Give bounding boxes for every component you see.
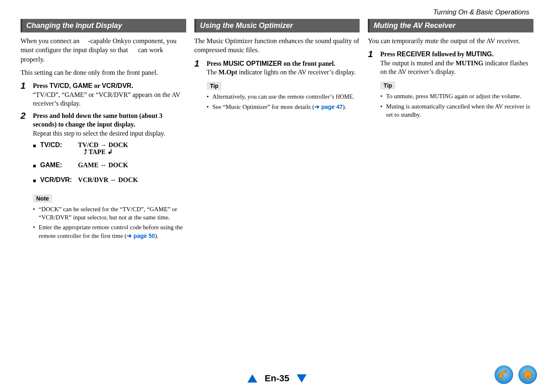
page-link[interactable]: page 47: [321, 104, 343, 110]
note-label: Note: [33, 194, 52, 203]
tip-text: ).: [343, 104, 346, 110]
option-body: ⤴ TAPE ↲: [78, 148, 113, 155]
input-option-game: ■ GAME: GAME ↔ DOCK: [33, 161, 186, 171]
step-text: The output is muted and the: [380, 60, 455, 67]
intro-text-2: This setting can be done only from the f…: [21, 68, 186, 77]
tip-bullet: Muting is automatically cancelled when t…: [380, 102, 533, 119]
step-text: MUTING: [455, 60, 483, 67]
step-1: 1 Press TV/CD, GAME or VCR/DVR. “TV/CD”,…: [21, 81, 186, 108]
tip-bullet: Alternatively, you can use the remote co…: [207, 92, 360, 101]
intro-text-1: When you connect an -capable Onkyo compo…: [21, 37, 186, 64]
option-label: GAME:: [40, 161, 74, 169]
input-option-tvcd: ■ TV/CD: TV/CD → DOCK ⤴ TAPE ↲: [33, 141, 186, 156]
step-text: Repeat this step to select the desired i…: [33, 129, 186, 138]
home-icon[interactable]: [518, 365, 538, 386]
note-text: Enter the appropriate remote control cod…: [39, 224, 183, 239]
tip-text: HOME: [336, 94, 353, 100]
page-link[interactable]: page 50: [134, 233, 155, 239]
tip-text: MUTING: [430, 93, 453, 99]
step-text: Press: [380, 51, 397, 58]
step-text: “TV/CD”, “GAME” or “VCR/DVR” appears on …: [33, 90, 186, 108]
step-text: Press: [33, 82, 49, 89]
footer: En-35: [0, 373, 554, 384]
note-bullet: “DOCK” can be selected for the “TV/CD”, …: [33, 205, 186, 222]
square-bullet-icon: ■: [33, 176, 36, 185]
page-number: En-35: [265, 373, 289, 384]
note-bullet: Enter the appropriate remote control cod…: [33, 223, 186, 240]
next-page-icon[interactable]: [297, 374, 307, 383]
tip-text: .: [353, 93, 354, 100]
heading-changing-input: Changing the Input Display: [21, 19, 186, 32]
step-1: 1 Press RECEIVER followed by MUTING. The…: [368, 50, 533, 76]
intro-text: You can temporarily mute the output of t…: [368, 37, 533, 46]
step-1: 1 Press MUSIC OPTIMIZER on the front pan…: [194, 59, 360, 77]
svg-point-0: [495, 366, 513, 384]
note-text: ).: [155, 233, 159, 239]
step-text: Press: [207, 60, 223, 67]
step-text: RECEIVER: [397, 51, 430, 58]
arrow-icon: ➔: [127, 233, 134, 239]
tip-bullet: See “Music Optimizer” for more details (…: [207, 103, 360, 111]
option-label: TV/CD:: [40, 141, 74, 149]
column-muting: Muting the AV Receiver You can temporari…: [368, 19, 533, 242]
prev-page-icon[interactable]: [247, 374, 257, 383]
tip-text: Alternatively, you can use the remote co…: [212, 93, 336, 100]
step-text: on the front panel.: [282, 60, 335, 67]
tip-text: again or adjust the volume.: [453, 93, 522, 99]
step-text: TV/CD, GAME: [49, 82, 92, 89]
column-changing-input: Changing the Input Display When you conn…: [21, 19, 186, 242]
step-number: 1: [368, 50, 376, 59]
intro-text: The Music Optimizer function enhances th…: [194, 37, 360, 55]
tip-text: To unmute, press: [386, 93, 429, 99]
tip-label: Tip: [207, 82, 222, 90]
option-label: VCR/DVR:: [40, 176, 74, 184]
input-option-vcr: ■ VCR/DVR: VCR/DVR ↔ DOCK: [33, 176, 186, 185]
step-text: M.Opt: [219, 69, 238, 76]
note-text: “DOCK” can be selected for the “TV/CD”, …: [39, 206, 177, 221]
step-text: VCR/DVR.: [102, 82, 133, 89]
tip-bullet: To unmute, press MUTING again or adjust …: [380, 92, 533, 101]
step-text: MUSIC OPTIMIZER: [223, 60, 282, 67]
column-music-optimizer: Using the Music Optimizer The Music Opti…: [194, 19, 360, 242]
step-text: MUTING.: [466, 51, 494, 58]
arrow-icon: ➔: [314, 104, 321, 110]
option-body: TV/CD → DOCK: [78, 141, 128, 148]
step-text: followed by: [430, 51, 466, 58]
step-text: indicator lights on the AV receiver’s di…: [237, 69, 355, 76]
tip-text: Muting is automatically cancelled when t…: [386, 103, 530, 118]
back-icon[interactable]: [494, 365, 514, 386]
step-number: 1: [194, 59, 203, 68]
step-number: 2: [21, 111, 29, 120]
square-bullet-icon: ■: [33, 161, 36, 171]
tip-label: Tip: [380, 81, 395, 90]
option-body: VCR/DVR ↔ DOCK: [78, 176, 138, 184]
square-bullet-icon: ■: [33, 141, 36, 150]
step-number: 1: [21, 81, 29, 90]
step-text: or: [92, 82, 102, 89]
step-2: 2 Press and hold down the same button (a…: [21, 111, 186, 138]
heading-muting: Muting the AV Receiver: [368, 19, 533, 32]
option-body: GAME ↔ DOCK: [78, 161, 128, 169]
tip-text: See “Music Optimizer” for more details (: [212, 104, 314, 110]
heading-music-optimizer: Using the Music Optimizer: [194, 19, 360, 32]
breadcrumb: Turning On & Basic Operations: [21, 8, 533, 16]
step-text: The: [207, 69, 219, 76]
step-text: Press and hold down the same button (abo…: [33, 111, 186, 129]
